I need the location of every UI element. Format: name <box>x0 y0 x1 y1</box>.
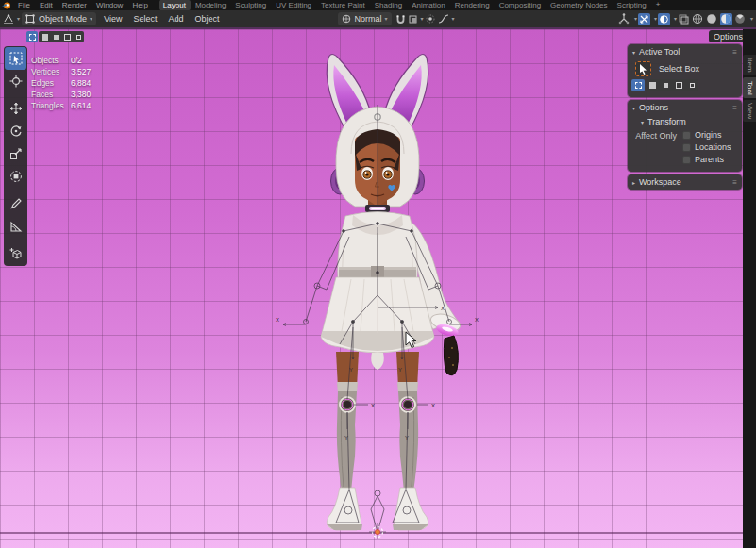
tab-texture-paint[interactable]: Texture Paint <box>316 0 370 10</box>
overlays-dropdown[interactable]: ▾ <box>637 13 657 25</box>
select-mode-intersect-button[interactable] <box>73 31 84 42</box>
panel-active-tool: ▾ Active Tool ≡ Select Box <box>628 44 742 97</box>
shading-solid-icon[interactable] <box>706 13 718 25</box>
chevron-down-icon: ▾ <box>452 16 455 22</box>
select-mode-invert-button[interactable] <box>672 79 685 91</box>
stat-triangles: Triangles6,614 <box>31 100 91 111</box>
active-tool-row: Select Box <box>628 59 742 79</box>
proportional-editing-icon[interactable] <box>425 13 437 25</box>
mode-label: Object Mode <box>39 14 87 24</box>
render-region-icon[interactable] <box>678 13 690 25</box>
tab-uv-editing[interactable]: UV Editing <box>271 0 316 10</box>
svg-text:Y: Y <box>398 367 402 373</box>
transform-orientation-dropdown[interactable]: Normal ▾ <box>338 12 391 25</box>
tab-shading[interactable]: Shading <box>370 0 407 10</box>
locations-label: Locations <box>695 142 731 152</box>
shading-wireframe-icon[interactable] <box>692 13 704 25</box>
tab-animation[interactable]: Animation <box>407 0 450 10</box>
gizmo-dropdown[interactable]: ▾ <box>617 13 637 25</box>
origins-checkbox[interactable] <box>682 131 691 140</box>
chevron-down-icon: ▾ <box>632 105 635 111</box>
tool-scale[interactable] <box>5 142 26 165</box>
xray-toggle-icon[interactable] <box>658 13 670 25</box>
sidebar-tab-tool[interactable]: Tool <box>743 77 756 98</box>
menu-window[interactable]: Window <box>92 0 127 10</box>
select-mode-extend-button[interactable] <box>646 79 659 91</box>
menu-select[interactable]: Select <box>127 14 162 24</box>
viewport-3d[interactable]: Options ▾ <box>0 27 756 548</box>
snap-magnet-icon[interactable] <box>395 13 407 25</box>
stat-edges: Edges6,884 <box>31 77 91 89</box>
chevron-down-icon: ▾ <box>17 16 20 22</box>
tool-measure[interactable] <box>5 215 26 238</box>
menu-file[interactable]: File <box>13 0 35 10</box>
snap-settings-dropdown[interactable]: ▾ <box>408 14 424 25</box>
menu-edit[interactable]: Edit <box>35 0 58 10</box>
workspace-tabs: Layout Modeling Sculpting UV Editing Tex… <box>159 0 665 10</box>
menu-add[interactable]: Add <box>162 14 189 24</box>
shading-material-icon[interactable] <box>720 13 732 25</box>
parents-checkbox[interactable] <box>682 156 691 164</box>
tool-cursor[interactable] <box>5 70 26 92</box>
menu-render[interactable]: Render <box>58 0 92 10</box>
select-mode-intersect-button[interactable] <box>685 79 698 91</box>
transform-header-label: Transform <box>647 117 686 126</box>
checkbox-row-origins: Origins <box>682 130 731 140</box>
orientation-icon <box>342 14 351 24</box>
panel-options-header[interactable]: ▾ Options ≡ <box>628 100 742 115</box>
options-header-label: Options <box>639 103 668 112</box>
tab-geometry-nodes[interactable]: Geometry Nodes <box>546 0 612 10</box>
editor-type-dropdown[interactable]: ▾ <box>3 13 20 25</box>
tool-add-cube[interactable] <box>5 242 26 265</box>
menu-help[interactable]: Help <box>127 0 152 10</box>
tool-rotate[interactable] <box>5 120 26 142</box>
mode-dropdown[interactable]: Object Mode ▾ <box>22 12 96 25</box>
select-mode-invert-button[interactable] <box>61 31 73 42</box>
falloff-curve-dropdown[interactable]: ▾ <box>438 14 455 25</box>
select-mode-subtract-button[interactable] <box>50 31 61 42</box>
panel-active-tool-header[interactable]: ▾ Active Tool ≡ <box>628 44 742 59</box>
tab-modeling[interactable]: Modeling <box>191 0 230 10</box>
select-mode-new-button[interactable] <box>26 31 38 42</box>
svg-text:X: X <box>441 306 445 311</box>
sidebar-tab-item[interactable]: Item <box>743 55 756 75</box>
tab-compositing[interactable]: Compositing <box>495 0 546 10</box>
sidebar-tab-view[interactable]: View <box>743 100 756 122</box>
select-mode-extend-button[interactable] <box>39 31 50 42</box>
select-mode-subtract-button[interactable] <box>659 79 672 91</box>
blender-logo-icon[interactable] <box>0 1 13 9</box>
panel-grip-icon[interactable]: ≡ <box>732 104 737 112</box>
overlays-icon[interactable] <box>638 13 650 25</box>
tab-scripting[interactable]: Scripting <box>613 0 651 10</box>
workspace-header-label: Workspace <box>639 177 681 187</box>
orientation-label: Normal <box>354 14 381 24</box>
add-workspace-button[interactable]: + <box>651 0 665 10</box>
chevron-down-icon: ▾ <box>421 16 424 22</box>
gizmo-icon[interactable] <box>618 13 630 25</box>
tool-annotate[interactable] <box>5 192 26 215</box>
xray-dropdown[interactable]: ▾ <box>657 13 677 25</box>
panel-grip-icon[interactable]: ≡ <box>732 178 737 187</box>
tab-sculpting[interactable]: Sculpting <box>230 0 271 10</box>
menu-object[interactable]: Object <box>189 14 225 24</box>
shading-rendered-icon[interactable] <box>734 13 747 25</box>
transform-subpanel-header[interactable]: ▾ Transform <box>628 115 742 128</box>
tool-select-box[interactable] <box>5 47 26 70</box>
character-model: XX X YY XX YY <box>274 48 481 539</box>
tab-layout[interactable]: Layout <box>159 0 191 10</box>
panel-workspace-header[interactable]: ▸ Workspace ≡ <box>628 174 742 190</box>
tab-rendering[interactable]: Rendering <box>450 0 495 10</box>
tool-transform[interactable] <box>5 165 26 188</box>
active-tool-name: Select Box <box>659 64 699 74</box>
svg-text:X: X <box>371 403 375 408</box>
panel-grip-icon[interactable]: ≡ <box>732 48 737 57</box>
stat-objects: Objects0/2 <box>31 55 91 66</box>
chevron-down-icon: ▾ <box>632 49 635 56</box>
panel-select-mode-buttons <box>628 79 742 91</box>
affect-only-label: Affect Only <box>633 131 682 164</box>
select-mode-new-button[interactable] <box>631 79 645 91</box>
panel-options: ▾ Options ≡ ▾ Transform Affect Only Orig… <box>628 100 742 172</box>
tool-move[interactable] <box>5 97 26 120</box>
locations-checkbox[interactable] <box>682 143 691 152</box>
menu-view[interactable]: View <box>98 14 127 24</box>
